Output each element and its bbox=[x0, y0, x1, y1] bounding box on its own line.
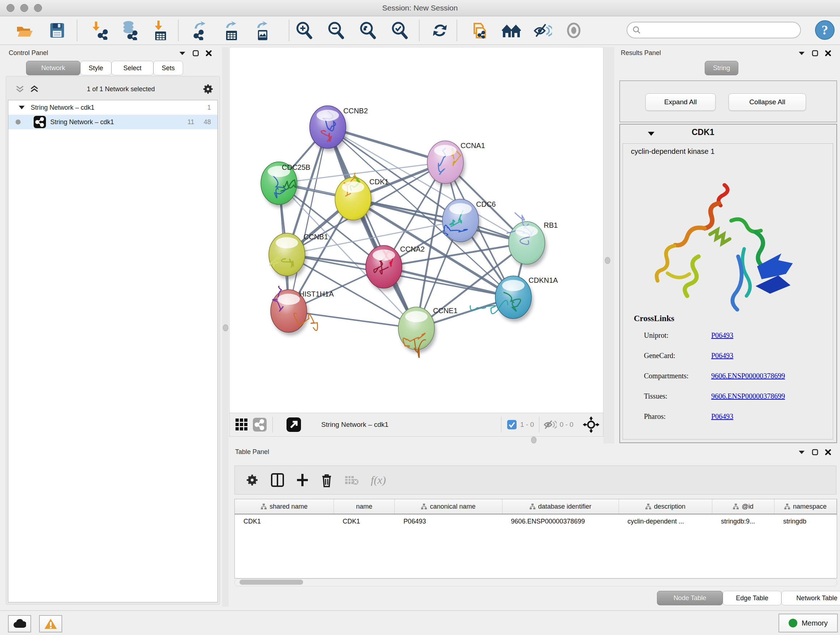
network-node-CCNE1[interactable]: CCNE1 bbox=[398, 307, 458, 358]
column-label: namespace bbox=[793, 503, 827, 510]
panel-close-icon[interactable] bbox=[825, 50, 831, 57]
tab-network-table[interactable]: Network Table bbox=[782, 591, 840, 605]
table-horizontal-scrollbar[interactable] bbox=[234, 578, 837, 586]
fit-content-crosshair-icon[interactable] bbox=[583, 416, 600, 433]
delete-column-icon[interactable] bbox=[321, 473, 332, 487]
crosslink-link[interactable]: 9606.ENSP00000378699 bbox=[711, 372, 785, 380]
panel-divider[interactable] bbox=[603, 47, 614, 443]
table-options-gear-icon[interactable] bbox=[246, 473, 259, 486]
node-table[interactable]: shared namenamecanonical namedatabase id… bbox=[234, 499, 837, 578]
table-row[interactable]: CDK1CDK1P064939606.ENSP00000378699cyclin… bbox=[235, 515, 837, 528]
search-field[interactable] bbox=[627, 22, 801, 38]
cell-shared-name[interactable]: CDK1 bbox=[235, 518, 334, 525]
crosslink-link[interactable]: P06493 bbox=[711, 412, 733, 421]
network-options-gear-icon[interactable] bbox=[202, 84, 213, 95]
cell-canonical-name[interactable]: P06493 bbox=[395, 518, 502, 525]
zoom-selected-icon[interactable] bbox=[388, 19, 410, 42]
crosslink-label: Pharos: bbox=[644, 412, 666, 421]
import-network-icon[interactable] bbox=[90, 19, 111, 42]
zoom-fit-icon[interactable] bbox=[357, 19, 378, 42]
column-header-canonical-name[interactable]: canonical name bbox=[395, 499, 502, 514]
tab-network[interactable]: Network bbox=[26, 61, 80, 75]
warnings-button[interactable] bbox=[39, 615, 62, 632]
protein-expander-icon[interactable] bbox=[647, 131, 655, 136]
create-column-icon[interactable] bbox=[296, 473, 309, 487]
refresh-icon[interactable] bbox=[429, 19, 451, 42]
panel-maximize-icon[interactable] bbox=[812, 50, 818, 57]
network-share-icon[interactable] bbox=[253, 418, 267, 432]
divider-handle[interactable] bbox=[531, 437, 537, 443]
export-network-icon[interactable] bbox=[189, 19, 210, 42]
network-type-icon bbox=[34, 116, 46, 128]
crosslink-link[interactable]: P06493 bbox=[711, 352, 733, 360]
network-collection-row[interactable]: String Network – cdk1 1 bbox=[8, 100, 218, 115]
tab-node-table[interactable]: Node Table bbox=[657, 591, 723, 605]
cell-name[interactable]: CDK1 bbox=[334, 518, 395, 525]
first-neighbors-icon[interactable] bbox=[501, 19, 523, 42]
open-in-window-icon[interactable] bbox=[286, 417, 301, 432]
network-edge-CCNB2-HIST1H1A[interactable] bbox=[289, 127, 328, 311]
network-graph[interactable]: CCNB2CCNA1CDC25BCDK1CDC6RB1CCNB1CCNA2CDK… bbox=[230, 48, 603, 413]
network-node-CDC6[interactable]: CDC6 bbox=[442, 199, 496, 245]
network-edge-CCNB2-CCNE1[interactable] bbox=[328, 127, 416, 328]
network-node-CCNA1[interactable]: CCNA1 bbox=[427, 141, 485, 187]
network-node-CCNA2[interactable]: CCNA2 bbox=[366, 245, 425, 291]
collapse-all-networks-icon[interactable] bbox=[15, 85, 25, 93]
panel-float-icon[interactable] bbox=[798, 51, 805, 56]
scrollbar-thumb[interactable] bbox=[240, 580, 303, 585]
panel-float-icon[interactable] bbox=[179, 51, 186, 56]
selected-checkbox-icon[interactable] bbox=[507, 420, 516, 429]
column-header-database-identifier[interactable]: database identifier bbox=[502, 499, 619, 514]
expand-all-button[interactable]: Expand All bbox=[645, 93, 715, 111]
network-node-CDKN1A[interactable]: CDKN1A bbox=[469, 276, 558, 323]
save-session-icon[interactable] bbox=[46, 19, 68, 42]
copy-style-icon[interactable] bbox=[469, 19, 491, 42]
search-input[interactable] bbox=[641, 26, 787, 35]
tab-select[interactable]: Select bbox=[111, 61, 153, 75]
network-node-HIST1H1A[interactable]: HIST1H1A bbox=[271, 286, 334, 336]
cell-namespace[interactable]: stringdb bbox=[775, 518, 837, 525]
divider-handle[interactable] bbox=[605, 257, 610, 264]
export-table-icon[interactable] bbox=[221, 19, 242, 42]
crosslink-label: Uniprot: bbox=[644, 331, 668, 340]
crosslink-link[interactable]: P06493 bbox=[711, 331, 733, 340]
zoom-in-icon[interactable] bbox=[293, 19, 315, 42]
divider-handle[interactable] bbox=[223, 325, 228, 331]
column-header--id[interactable]: @id bbox=[712, 499, 775, 514]
network-row-selected[interactable]: String Network – cdk1 11 48 bbox=[8, 115, 218, 129]
cell-description[interactable]: cyclin-dependent ... bbox=[619, 518, 712, 525]
collapse-all-button[interactable]: Collapse All bbox=[729, 93, 806, 111]
panel-float-icon[interactable] bbox=[798, 450, 805, 455]
crosslink-link[interactable]: 9606.ENSP00000378699 bbox=[711, 392, 785, 401]
tab-sets[interactable]: Sets bbox=[153, 61, 183, 75]
column-header-shared-name[interactable]: shared name bbox=[235, 499, 334, 514]
memory-button[interactable]: Memory bbox=[778, 614, 838, 632]
open-file-icon[interactable] bbox=[14, 19, 35, 42]
import-table-icon[interactable] bbox=[150, 19, 172, 42]
tree-expander-icon[interactable] bbox=[19, 105, 25, 110]
panel-close-icon[interactable] bbox=[205, 50, 212, 57]
show-all-icon[interactable] bbox=[563, 19, 584, 42]
network-node-RB1[interactable]: RB1 bbox=[505, 212, 558, 268]
tab-string[interactable]: String bbox=[705, 61, 738, 75]
show-columns-icon[interactable] bbox=[271, 473, 284, 487]
column-header-namespace[interactable]: namespace bbox=[775, 499, 837, 514]
cloud-status-button[interactable] bbox=[8, 615, 31, 632]
import-database-icon[interactable] bbox=[118, 19, 141, 42]
zoom-out-icon[interactable] bbox=[325, 19, 347, 42]
panel-close-icon[interactable] bbox=[825, 449, 831, 455]
tab-style[interactable]: Style bbox=[80, 61, 111, 75]
export-image-icon[interactable] bbox=[252, 19, 273, 42]
expand-all-networks-icon[interactable] bbox=[30, 85, 39, 93]
column-header-name[interactable]: name bbox=[334, 499, 395, 514]
panel-maximize-icon[interactable] bbox=[193, 50, 199, 57]
birdseye-grid-icon[interactable] bbox=[235, 418, 248, 432]
column-header-description[interactable]: description bbox=[619, 499, 712, 514]
network-view-canvas[interactable]: CCNB2CCNA1CDC25BCDK1CDC6RB1CCNB1CCNA2CDK… bbox=[229, 47, 603, 413]
cell--id[interactable]: stringdb:9... bbox=[712, 518, 775, 525]
hide-selected-icon[interactable] bbox=[532, 19, 554, 42]
help-button[interactable]: ? bbox=[815, 20, 835, 40]
cell-database-identifier[interactable]: 9606.ENSP00000378699 bbox=[502, 518, 619, 525]
tab-edge-table[interactable]: Edge Table bbox=[723, 591, 782, 605]
panel-maximize-icon[interactable] bbox=[812, 449, 818, 455]
